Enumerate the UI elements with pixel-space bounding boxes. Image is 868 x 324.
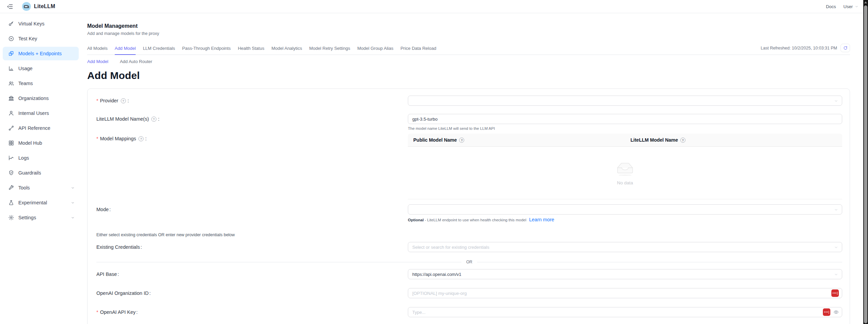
existing-credentials-placeholder: Select or search for existing credential… xyxy=(412,245,489,250)
subtab-add-model[interactable]: Add Model xyxy=(87,59,108,64)
subtab-add-auto-router[interactable]: Add Auto Router xyxy=(120,59,152,64)
existing-credentials-select[interactable]: Select or search for existing credential… xyxy=(408,242,842,252)
add-model-heading: Add Model xyxy=(87,70,850,81)
sidebar-item-label: Logs xyxy=(18,155,75,161)
mode-row: Mode : Optional - LiteLLM endpoint to us… xyxy=(96,204,842,222)
help-icon[interactable]: ? xyxy=(680,138,685,143)
sidebar-item-guardrails[interactable]: Guardrails xyxy=(3,166,79,180)
sidebar-item-virtual-keys[interactable]: Virtual Keys xyxy=(3,17,79,31)
or-divider: OR xyxy=(96,260,842,264)
sidebar-item-label: Usage xyxy=(18,66,75,71)
chevron-down-icon xyxy=(834,272,838,277)
page-subtitle: Add and manage models for the proxy xyxy=(87,31,850,36)
user-icon xyxy=(8,110,14,116)
help-icon[interactable]: ? xyxy=(121,98,126,103)
sidebar-collapse-button[interactable] xyxy=(7,3,13,10)
tab-add-model[interactable]: Add Model xyxy=(115,46,136,55)
lastpass-icon[interactable] xyxy=(831,289,839,297)
sidebar-item-label: Test Key xyxy=(18,36,75,41)
chevron-down-icon xyxy=(834,245,838,249)
sidebar-item-label: Teams xyxy=(18,81,75,86)
key-icon xyxy=(8,21,14,27)
team-icon xyxy=(8,80,14,86)
openai-key-input[interactable] xyxy=(408,307,823,317)
model-name-row: LiteLLM Model Name(s) ? : The model name… xyxy=(96,114,842,130)
user-menu[interactable]: User xyxy=(844,4,858,9)
sidebar-nav: Virtual Keys Test Key Models + Endpoints… xyxy=(0,13,81,324)
scrollbar-thumb[interactable] xyxy=(864,5,867,323)
sidebar-item-test-key[interactable]: Test Key xyxy=(3,32,79,45)
tab-health-status[interactable]: Health Status xyxy=(238,46,264,55)
required-mark: * xyxy=(96,309,98,315)
help-icon[interactable]: ? xyxy=(459,138,464,143)
api-base-value: https://api.openai.com/v1 xyxy=(412,272,461,277)
openai-key-row: * OpenAI API Key : xyxy=(96,307,842,317)
sidebar-item-label: Organizations xyxy=(18,96,75,101)
mode-helper: Optional - LiteLLM endpoint to use when … xyxy=(408,217,842,222)
api-icon xyxy=(8,125,14,131)
grid-icon xyxy=(8,140,14,146)
column-litellm-model-name: LiteLLM Model Name ? xyxy=(625,134,842,146)
empty-box-icon xyxy=(615,161,636,178)
sidebar-item-experimental[interactable]: Experimental xyxy=(3,196,79,209)
page-title: Model Management xyxy=(87,23,850,29)
flask-icon xyxy=(8,200,14,206)
add-model-form-card: * Provider ? : LiteLLM M xyxy=(87,88,850,324)
openai-org-input[interactable] xyxy=(408,288,831,298)
existing-credentials-row: Existing Credentials : Select or search … xyxy=(96,242,842,252)
tab-model-retry-settings[interactable]: Model Retry Settings xyxy=(309,46,350,55)
sidebar-item-internal-users[interactable]: Internal Users xyxy=(3,106,79,120)
lastpass-icon[interactable] xyxy=(823,308,830,316)
tab-pass-through-endpoints[interactable]: Pass-Through Endpoints xyxy=(182,46,231,55)
help-icon[interactable]: ? xyxy=(138,136,144,141)
learn-more-link[interactable]: Learn more xyxy=(529,217,554,222)
sidebar-item-model-hub[interactable]: Model Hub xyxy=(3,136,79,150)
litellm-logo-icon xyxy=(22,2,31,11)
tab-model-group-alias[interactable]: Model Group Alias xyxy=(357,46,393,55)
model-mappings-label: * Model Mappings ? : xyxy=(96,134,408,144)
sub-tab-bar: Add Model Add Auto Router xyxy=(87,59,850,64)
tab-llm-credentials[interactable]: LLM Credentials xyxy=(143,46,175,55)
provider-row: * Provider ? : xyxy=(96,96,842,106)
help-icon[interactable]: ? xyxy=(151,117,156,122)
openai-key-input-wrap xyxy=(408,307,842,317)
top-bar: LiteLLM Docs User xyxy=(0,0,868,13)
sidebar-item-api-reference[interactable]: API Reference xyxy=(3,121,79,135)
api-base-label: API Base : xyxy=(96,269,408,279)
scroll-up-arrow[interactable] xyxy=(864,1,867,3)
sidebar-item-models-endpoints[interactable]: Models + Endpoints xyxy=(3,47,79,60)
line-chart-icon xyxy=(8,155,14,161)
model-name-label: LiteLLM Model Name(s) ? : xyxy=(96,114,408,124)
sidebar-item-label: Models + Endpoints xyxy=(18,51,75,56)
chevron-down-icon xyxy=(834,208,838,212)
blocks-icon xyxy=(8,50,14,57)
sidebar-item-settings[interactable]: Settings xyxy=(3,211,79,224)
model-mappings-row: * Model Mappings ? : Public Model Name ? xyxy=(96,134,842,199)
sidebar-item-tools[interactable]: Tools xyxy=(3,181,79,195)
tab-model-analytics[interactable]: Model Analytics xyxy=(271,46,302,55)
provider-select[interactable] xyxy=(408,96,842,106)
sidebar-item-usage[interactable]: Usage xyxy=(3,62,79,75)
sidebar-item-label: Internal Users xyxy=(18,110,75,116)
logo-text: LiteLLM xyxy=(34,3,55,9)
sidebar-item-label: Settings xyxy=(18,215,71,220)
mode-select[interactable] xyxy=(408,204,842,215)
required-mark: * xyxy=(96,98,98,103)
bank-icon xyxy=(8,95,14,101)
model-name-input[interactable] xyxy=(408,114,842,124)
column-public-model-name: Public Model Name ? xyxy=(408,134,625,146)
eye-icon xyxy=(833,309,839,315)
password-visibility-toggle[interactable] xyxy=(833,309,839,315)
litellm-admin-app: LiteLLM Docs User Virtual Keys xyxy=(0,0,868,324)
vertical-scrollbar[interactable] xyxy=(863,0,868,324)
litellm-logo[interactable]: LiteLLM xyxy=(22,2,55,11)
sidebar-item-logs[interactable]: Logs xyxy=(3,151,79,165)
api-base-select[interactable]: https://api.openai.com/v1 xyxy=(408,269,842,279)
sidebar-item-teams[interactable]: Teams xyxy=(3,77,79,90)
tab-all-models[interactable]: All Models xyxy=(87,46,108,55)
docs-link[interactable]: Docs xyxy=(826,4,836,9)
sidebar-item-organizations[interactable]: Organizations xyxy=(3,92,79,105)
tab-price-data-reload[interactable]: Price Data Reload xyxy=(400,46,436,55)
refresh-button[interactable] xyxy=(841,44,850,52)
required-mark: * xyxy=(96,136,98,141)
